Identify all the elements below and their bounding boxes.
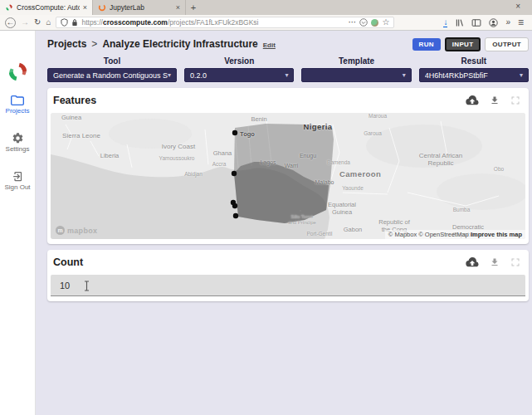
improve-map-link[interactable]: Improve this map [471, 231, 522, 238]
sidebar-toggle-icon[interactable] [471, 18, 481, 27]
tab-title: CrossCompute: Automat [17, 3, 80, 12]
tab-crosscompute[interactable]: CrossCompute: Automat × [0, 0, 93, 15]
cloud-upload-icon[interactable] [466, 95, 479, 105]
sidebar-item-label: Sign Out [4, 183, 30, 191]
extension-icon[interactable] [371, 19, 378, 27]
breadcrumb-row: Projects > Analyze Electricity Infrastru… [47, 37, 529, 51]
version-label: Version [184, 56, 294, 66]
input-tab-button[interactable]: INPUT [445, 37, 481, 51]
map-canvas[interactable]: GuineaSierra LeoneLiberiaIvory CoastYamo… [51, 113, 525, 239]
mapbox-logo[interactable]: m mapbox [56, 226, 97, 235]
sidebar-item-label: Projects [6, 107, 30, 115]
downloads-icon[interactable]: ↓ [443, 18, 447, 27]
breadcrumb: Projects > Analyze Electricity Infrastru… [47, 38, 276, 50]
jupyter-favicon-icon [98, 3, 106, 12]
pocket-icon[interactable] [359, 18, 368, 27]
output-tab-button[interactable]: OUTPUT [485, 37, 529, 51]
tab-close-icon[interactable]: × [176, 3, 180, 12]
chevron-down-icon: ▾ [520, 71, 523, 79]
url-text: https://crosscompute.com/projects/FA1fLx… [81, 18, 344, 27]
crosscompute-logo-icon [7, 61, 29, 83]
gear-icon [12, 132, 24, 144]
browser-tab-bar: CrossCompute: Automat × JupyterLab × + × [0, 0, 532, 15]
home-button[interactable]: ⌂ [46, 18, 51, 27]
map-attribution: © Mapbox © OpenStreetMap Improve this ma… [385, 230, 525, 239]
download-icon[interactable] [490, 95, 500, 105]
tool-select[interactable]: Generate a Random Contiguous S ▾ [47, 68, 177, 82]
toolbar-icons: ↓ » ≡ [443, 17, 527, 27]
tab-jupyterlab[interactable]: JupyterLab × [93, 0, 186, 15]
cloud-upload-icon[interactable] [466, 257, 479, 267]
folder-icon [11, 95, 24, 106]
text-cursor-icon [84, 281, 90, 291]
count-title: Count [53, 256, 83, 268]
feature-vertex-dot[interactable] [232, 203, 237, 208]
sidebar-item-projects[interactable]: Projects [6, 95, 30, 115]
library-icon[interactable] [455, 18, 464, 27]
template-field: Template ▾ [301, 56, 411, 82]
back-button[interactable]: ← [5, 17, 16, 28]
breadcrumb-separator: > [91, 38, 97, 50]
crosscompute-favicon-icon [5, 3, 13, 12]
breadcrumb-projects-link[interactable]: Projects [47, 38, 86, 50]
download-icon[interactable] [490, 257, 500, 267]
new-tab-button[interactable]: + [186, 0, 201, 15]
result-field: Result 4H6ht4RKbPStbfiF ▾ [419, 56, 529, 82]
app-sidebar: Projects Settings Sign Out [0, 31, 36, 415]
result-select[interactable]: 4H6ht4RKbPStbfiF ▾ [419, 68, 529, 82]
browser-toolbar: ← → ↻ ⌂ https://crosscompute.com/project… [0, 15, 532, 31]
app-window: Projects Settings Sign Out Projects [0, 31, 532, 415]
tool-label: Tool [47, 56, 177, 66]
mapbox-circle-icon: m [56, 226, 65, 235]
chevron-down-icon: ▾ [403, 71, 406, 79]
fullscreen-icon[interactable] [510, 95, 520, 105]
overflow-menu-icon[interactable]: » [505, 18, 510, 27]
count-input[interactable]: 10 [51, 275, 525, 296]
tracking-shield-icon[interactable] [61, 18, 68, 27]
page-title: Analyze Electricity Infrastructure [102, 38, 257, 50]
template-label: Template [301, 56, 411, 66]
chevron-down-icon: ▾ [285, 71, 288, 79]
edit-link[interactable]: Edit [263, 42, 276, 49]
tab-title: JupyterLab [110, 3, 173, 12]
chevron-down-icon: ▾ [168, 71, 171, 79]
lock-icon [71, 18, 78, 27]
count-header: Count [51, 250, 525, 275]
bookmark-star-icon[interactable]: ☆ [382, 18, 389, 27]
forward-button[interactable]: → [21, 18, 29, 27]
mode-buttons: RUN INPUT OUTPUT [412, 37, 529, 51]
configuration-row: Tool Generate a Random Contiguous S ▾ Ve… [47, 56, 529, 82]
page-actions-icon[interactable]: ⋯ [348, 18, 356, 27]
reload-button[interactable]: ↻ [34, 18, 41, 27]
map-overlay-svg [51, 113, 525, 239]
version-select[interactable]: 0.2.0 ▾ [184, 68, 294, 82]
features-actions [466, 95, 520, 105]
count-card: Count 10 [47, 250, 529, 301]
fullscreen-icon[interactable] [510, 257, 520, 267]
main-content: Projects > Analyze Electricity Infrastru… [36, 31, 532, 415]
result-label: Result [419, 56, 529, 66]
sidebar-item-sign-out[interactable]: Sign Out [4, 170, 30, 191]
feature-vertex-dot[interactable] [232, 130, 237, 135]
features-header: Features [51, 88, 525, 113]
features-title: Features [53, 95, 96, 106]
url-bar[interactable]: https://crosscompute.com/projects/FA1fLx… [56, 17, 394, 28]
feature-vertex-dot[interactable] [232, 171, 237, 176]
run-button[interactable]: RUN [412, 38, 441, 51]
version-field: Version 0.2.0 ▾ [184, 56, 294, 82]
sidebar-item-label: Settings [6, 145, 30, 153]
features-card: Features [47, 88, 529, 244]
template-select[interactable]: ▾ [301, 68, 411, 82]
count-actions [466, 257, 520, 267]
screen: CrossCompute: Automat × JupyterLab × + ×… [0, 0, 532, 415]
account-icon[interactable] [489, 18, 498, 27]
feature-vertex-dot[interactable] [233, 213, 238, 218]
window-close-icon[interactable]: × [515, 2, 520, 11]
hamburger-menu-icon[interactable]: ≡ [518, 17, 524, 27]
sidebar-item-settings[interactable]: Settings [6, 132, 30, 153]
tool-field: Tool Generate a Random Contiguous S ▾ [47, 56, 177, 82]
sign-out-icon [11, 170, 23, 183]
tab-close-icon[interactable]: × [83, 3, 87, 12]
count-value: 10 [60, 281, 70, 290]
